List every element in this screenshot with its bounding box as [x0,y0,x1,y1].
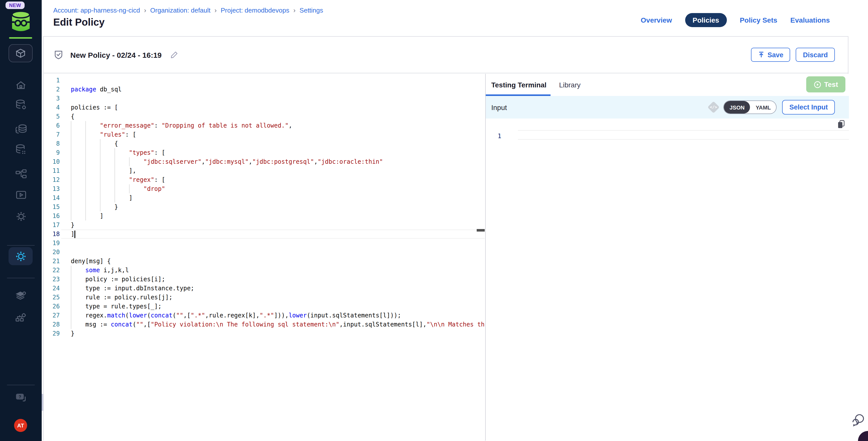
edit-pencil-icon[interactable] [170,51,178,59]
policy-code-editor[interactable]: 12package db_sql34policies := [5{6 "erro… [44,74,485,441]
testing-panel: Testing Terminal Library Test Input </> … [485,74,849,441]
save-button[interactable]: Save [751,48,790,62]
code-line[interactable]: 17} [44,220,485,229]
code-line[interactable]: 2package db_sql [44,85,485,94]
tab-policies[interactable]: Policies [685,13,727,27]
db-devops-logo-icon [9,10,32,33]
code-line[interactable]: 26 type = rule.types[_]; [44,302,485,311]
policy-toolbar: New Policy - 02/24 - 16:19 Save Discard [44,37,848,73]
code-line[interactable]: 28 msg := concat("",["Policy violation:\… [44,320,485,329]
code-line[interactable]: 1 [44,76,485,85]
code-line[interactable]: 3 [44,94,485,103]
avatar[interactable]: AT [14,419,27,432]
sidebar-item-org-settings[interactable] [0,311,42,323]
code-line[interactable]: 22 some i,j,k,l [44,266,485,275]
test-button[interactable]: Test [806,76,845,92]
code-line[interactable]: 7 "rules": [ [44,130,485,139]
code-line[interactable]: 27 regex.match(lower(concat("",[".*",rul… [44,311,485,320]
input-bar: Input </> JSON YAML Select Input [486,96,849,119]
breadcrumb-organization[interactable]: Organization: default [150,6,211,14]
breadcrumb: Account: app-harness-ng-cicd › Organizat… [53,6,323,14]
app-root: NEW [0,0,868,441]
sidebar-item-db-instances[interactable] [0,98,42,111]
code-line[interactable]: 16 ] [44,212,485,220]
new-badge: NEW [5,1,25,9]
sidebar-item-db-schema[interactable] [0,143,42,156]
code-lines[interactable]: 12package db_sql34policies := [5{6 "erro… [44,74,485,338]
code-line[interactable]: 12 "regex": [ [44,175,485,184]
sidebar: NEW [0,0,42,441]
input-current-line[interactable] [518,130,849,139]
code-line[interactable]: 25 rule := policy.rules[j]; [44,293,485,302]
discard-label: Discard [803,51,828,59]
hierarchy-icon [15,169,27,180]
sidebar-item-databases[interactable] [0,123,42,135]
select-input-button[interactable]: Select Input [782,100,835,115]
code-line[interactable]: 18] [44,229,485,239]
sidebar-logo-divider [9,37,32,39]
harness-db-logo[interactable] [9,10,32,33]
code-line[interactable]: 15 } [44,202,485,212]
code-line[interactable]: 9 "types": [ [44,148,485,157]
toggle-json[interactable]: JSON [724,101,750,114]
home-icon [15,80,27,91]
tab-testing-terminal[interactable]: Testing Terminal [491,81,547,89]
code-line[interactable]: 4policies := [ [44,103,485,112]
chat-bubbles-icon[interactable] [851,414,866,428]
databases-icon [14,123,27,135]
module-switcher[interactable] [8,44,33,62]
code-line[interactable]: 21deny[msg] { [44,257,485,266]
database-schema-icon [14,143,27,156]
code-line[interactable]: 14 ] [44,193,485,202]
sidebar-divider [7,245,35,246]
breadcrumb-settings[interactable]: Settings [300,6,323,14]
sidebar-item-help[interactable]: ? [0,392,42,404]
code-line[interactable]: 23 policy := policies[i]; [44,275,485,284]
code-line[interactable]: 29} [44,329,485,338]
tab-overview[interactable]: Overview [641,16,672,24]
sidebar-item-settings-active[interactable] [8,247,33,265]
code-line[interactable]: 6 "error_message": "Dropping of table is… [44,121,485,130]
code-line[interactable]: 24 type := input.dbInstance.type; [44,284,485,293]
database-settings-icon [14,98,27,111]
sidebar-item-settings-dim[interactable] [0,211,42,222]
discard-button[interactable]: Discard [796,48,835,62]
breadcrumb-project[interactable]: Project: demodbdevops [221,6,289,14]
policy-name: New Policy - 02/24 - 16:19 [70,51,162,59]
sidebar-item-default-settings[interactable] [0,290,42,302]
sidebar-item-executions[interactable] [0,190,42,201]
code-line[interactable]: 20 [44,248,485,257]
input-label: Input [491,103,507,111]
header-tabs: Overview Policies Policy Sets Evaluation… [641,13,830,27]
input-line-number: 1 [486,132,501,140]
svg-text:?: ? [18,394,21,399]
tab-evaluations[interactable]: Evaluations [790,16,830,24]
shield-check-icon [54,50,63,60]
page-title: Edit Policy [53,17,105,28]
org-settings-icon [14,311,27,323]
tab-library[interactable]: Library [559,81,581,89]
test-label: Test [824,81,838,88]
policy-editor-card: New Policy - 02/24 - 16:19 Save Discard [43,36,848,441]
code-line[interactable]: 8 { [44,139,485,148]
code-line[interactable]: 19 [44,239,485,248]
sidebar-item-home[interactable] [0,80,42,91]
cube-module-icon [14,47,27,59]
code-line[interactable]: 10 "jdbc:sqlserver","jdbc:mysql","jdbc:p… [44,157,485,166]
code-format-icon[interactable]: </> [708,101,720,113]
testing-panel-tabs: Testing Terminal Library Test [486,74,849,96]
copy-icon[interactable] [837,120,845,129]
gear-icon [15,211,27,222]
code-line[interactable]: 11 ], [44,166,485,175]
settings-active-icon [14,250,27,262]
tab-policy-sets[interactable]: Policy Sets [740,16,777,24]
sidebar-divider [7,385,35,385]
breadcrumb-account[interactable]: Account: app-harness-ng-cicd [53,6,140,14]
sidebar-item-hierarchy[interactable] [0,169,42,180]
chat-widget-blob[interactable] [858,431,868,441]
toggle-yaml[interactable]: YAML [750,101,776,114]
play-circle-icon [813,81,821,88]
code-line[interactable]: 5{ [44,112,485,121]
code-line[interactable]: 13 "drop" [44,184,485,193]
executions-icon [15,190,27,201]
